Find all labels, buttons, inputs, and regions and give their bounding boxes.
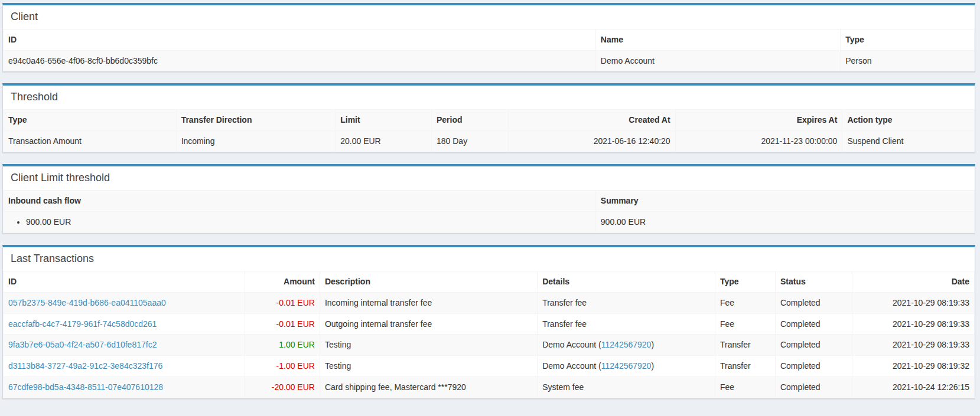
transaction-id-link[interactable]: d3113b84-3727-49a2-91c2-3e84c323f176 (8, 361, 162, 371)
transaction-row: d3113b84-3727-49a2-91c2-3e84c323f176 -1.… (4, 356, 975, 377)
threshold-col-expires-at: Expires At (675, 110, 842, 131)
transaction-amount: 1.00 EUR (279, 340, 315, 349)
threshold-transfer-direction-value: Incoming (176, 131, 336, 152)
transaction-date: 2021-10-29 08:19:33 (852, 292, 974, 313)
threshold-col-period: Period (431, 110, 508, 131)
client-limit-header-row: Inbound cash flow Summary (4, 190, 975, 211)
transaction-details: Transfer fee (538, 313, 715, 335)
transaction-id-link[interactable]: 9fa3b7e6-05a0-4f24-a507-6d10fe817fc2 (8, 340, 157, 349)
threshold-type-value: Transaction Amount (4, 131, 177, 152)
threshold-col-transfer-direction: Transfer Direction (176, 110, 336, 131)
client-limit-inbound-cell: 900.00 EUR (4, 211, 596, 233)
transaction-row: eaccfafb-c4c7-4179-961f-74c58d0cd261 -0.… (4, 313, 975, 335)
client-table-header-row: ID Name Type (4, 29, 975, 50)
transaction-description: Testing (320, 356, 537, 377)
threshold-col-action-type: Action type (842, 110, 975, 131)
client-card: Client ID Name Type e94c0a46-656e-4f06-8… (2, 3, 975, 72)
transactions-table: ID Amount Description Details Type Statu… (3, 271, 975, 398)
client-type-value: Person (841, 50, 975, 71)
transaction-status: Completed (775, 292, 852, 313)
transaction-status: Completed (775, 313, 852, 335)
client-table: ID Name Type e94c0a46-656e-4f06-8cf0-bb6… (3, 29, 975, 72)
client-limit-summary-value: 900.00 EUR (595, 211, 974, 233)
transaction-type: Fee (715, 292, 776, 313)
threshold-limit-value: 20.00 EUR (336, 131, 432, 152)
threshold-card-title: Threshold (3, 86, 975, 109)
transaction-date: 2021-10-29 08:19:33 (852, 313, 974, 335)
transaction-type: Transfer (715, 356, 776, 377)
client-table-row: e94c0a46-656e-4f06-8cf0-bb6d0c359bfc Dem… (4, 50, 975, 71)
transaction-row: 67cdfe98-bd5a-4348-8511-07e407610128 -20… (4, 377, 975, 398)
transaction-amount: -0.01 EUR (276, 298, 315, 307)
transaction-amount: -0.01 EUR (276, 319, 315, 329)
transaction-amount: -1.00 EUR (276, 361, 315, 371)
transaction-description: Incoming internal transfer fee (320, 292, 537, 313)
client-col-id: ID (4, 29, 596, 50)
transaction-description: Card shipping fee, Mastercard ***7920 (320, 377, 537, 398)
threshold-col-limit: Limit (336, 110, 432, 131)
transaction-details: Demo Account (11242567920) (538, 335, 715, 356)
threshold-card: Threshold Type Transfer Direction Limit … (2, 83, 975, 152)
threshold-table-header-row: Type Transfer Direction Limit Period Cre… (4, 110, 975, 131)
client-col-name: Name (595, 29, 840, 50)
transaction-type: Transfer (715, 335, 776, 356)
transaction-date: 2021-10-24 12:26:15 (852, 377, 974, 398)
threshold-action-type-value: Suspend Client (842, 131, 975, 152)
transaction-date: 2021-10-29 08:19:33 (852, 335, 974, 356)
transaction-details: Demo Account (11242567920) (538, 356, 715, 377)
transaction-status: Completed (775, 356, 852, 377)
inbound-cash-flow-list: 900.00 EUR (8, 217, 591, 228)
inbound-cash-flow-item: 900.00 EUR (26, 217, 591, 228)
threshold-col-created-at: Created At (508, 110, 675, 131)
transactions-col-amount: Amount (245, 271, 320, 292)
transaction-id-link[interactable]: 057b2375-849e-419d-b686-ea041105aaa0 (8, 298, 166, 307)
transaction-id-link[interactable]: 67cdfe98-bd5a-4348-8511-07e407610128 (8, 382, 163, 392)
transactions-col-details: Details (538, 271, 715, 292)
transaction-date: 2021-10-29 08:19:32 (852, 356, 974, 377)
transaction-type: Fee (715, 313, 776, 335)
client-id-value: e94c0a46-656e-4f06-8cf0-bb6d0c359bfc (4, 50, 596, 71)
last-transactions-card-title: Last Transactions (3, 247, 975, 271)
transaction-description: Outgoing internal transfer fee (320, 313, 537, 335)
transaction-id-link[interactable]: eaccfafb-c4c7-4179-961f-74c58d0cd261 (8, 319, 157, 329)
transactions-col-date: Date (852, 271, 974, 292)
last-transactions-card: Last Transactions ID Amount Description … (2, 245, 975, 399)
transaction-status: Completed (775, 377, 852, 398)
account-link[interactable]: 11242567920 (601, 340, 652, 349)
threshold-created-at-value: 2021-06-16 12:40:20 (508, 131, 675, 152)
threshold-col-type: Type (4, 110, 177, 131)
threshold-table: Type Transfer Direction Limit Period Cre… (3, 109, 975, 152)
transactions-col-type: Type (715, 271, 776, 292)
client-limit-row: 900.00 EUR 900.00 EUR (4, 211, 975, 233)
client-col-type: Type (841, 29, 975, 50)
transaction-details: System fee (538, 377, 715, 398)
client-limit-card: Client Limit threshold Inbound cash flow… (2, 164, 975, 234)
transaction-status: Completed (775, 335, 852, 356)
threshold-table-row: Transaction Amount Incoming 20.00 EUR 18… (4, 131, 975, 152)
client-limit-col-inbound: Inbound cash flow (4, 190, 596, 211)
transaction-description: Testing (320, 335, 537, 356)
transaction-type: Fee (715, 377, 776, 398)
transaction-row: 057b2375-849e-419d-b686-ea041105aaa0 -0.… (4, 292, 975, 313)
client-limit-card-title: Client Limit threshold (3, 166, 975, 190)
account-link[interactable]: 11242567920 (601, 361, 652, 371)
transaction-amount: -20.00 EUR (272, 382, 315, 392)
transactions-col-id: ID (4, 271, 245, 292)
client-card-title: Client (3, 5, 975, 29)
client-limit-col-summary: Summary (595, 190, 974, 211)
client-name-value: Demo Account (595, 50, 840, 71)
transaction-details: Transfer fee (538, 292, 715, 313)
transactions-col-status: Status (775, 271, 852, 292)
threshold-period-value: 180 Day (431, 131, 508, 152)
transactions-header-row: ID Amount Description Details Type Statu… (4, 271, 975, 292)
threshold-expires-at-value: 2021-11-23 00:00:00 (675, 131, 842, 152)
transaction-row: 9fa3b7e6-05a0-4f24-a507-6d10fe817fc2 1.0… (4, 335, 975, 356)
client-limit-table: Inbound cash flow Summary 900.00 EUR 900… (3, 190, 975, 233)
transactions-col-description: Description (320, 271, 537, 292)
content-area: Client ID Name Type e94c0a46-656e-4f06-8… (0, 0, 980, 416)
